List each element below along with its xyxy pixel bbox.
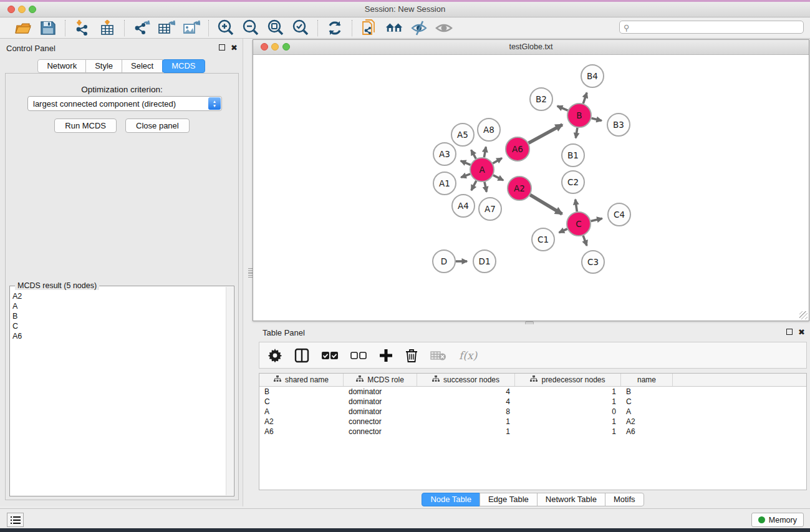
table-close-panel-icon[interactable]: ✖ [798,328,805,336]
net-close-traffic-light[interactable] [261,43,268,51]
cell-successor-nodes[interactable]: 4 [417,387,515,397]
edge-A-A4[interactable] [471,181,476,190]
zoom-selected-icon[interactable] [291,19,310,37]
search-input[interactable] [619,21,804,34]
cell-MCDS-role[interactable]: dominator [344,397,417,407]
network-view-window[interactable]: testGlobe.txt B4 B2 B B3 A5 A8 A6 A3 B1 … [253,39,809,321]
houses-icon[interactable] [385,19,403,37]
tab-select[interactable]: Select [122,59,163,73]
node-B1[interactable]: B1 [562,144,584,167]
edge-A-A1[interactable] [461,174,470,178]
export-image-icon[interactable] [182,19,201,37]
tab-edge-table[interactable]: Edge Table [480,493,538,506]
node-A5[interactable]: A5 [451,123,474,146]
result-item[interactable]: C [12,321,22,331]
cell-name[interactable]: A [621,407,673,417]
cell-predecessor-nodes[interactable]: 1 [515,417,621,427]
cell-name[interactable]: A2 [621,417,673,427]
node-A6[interactable]: A6 [506,137,529,161]
import-network-icon[interactable] [73,19,92,37]
tab-mcds[interactable]: MCDS [162,59,205,73]
cell-shared-name[interactable]: B [259,387,344,397]
zoom-fit-icon[interactable] [266,19,285,37]
cell-MCDS-role[interactable]: connector [344,417,417,427]
checked-boxes-icon[interactable] [322,351,338,360]
table-row[interactable]: Cdominator41C [259,397,806,407]
column-header-MCDS-role[interactable]: MCDS role [344,374,417,386]
mcds-result-list[interactable]: A2ABCA6 [12,291,22,341]
node-D[interactable]: D [433,250,455,273]
edge-A-A5[interactable] [471,150,476,159]
refresh-icon[interactable] [325,19,344,37]
zoom-out-icon[interactable] [241,19,260,37]
cell-predecessor-nodes[interactable]: 1 [515,397,621,407]
cell-shared-name[interactable]: C [259,397,344,407]
unchecked-boxes-icon[interactable] [350,351,367,360]
node-C4[interactable]: C4 [608,203,630,226]
edge-B-B2[interactable] [557,106,568,110]
node-A[interactable]: A [470,158,494,181]
result-item[interactable]: B [12,311,22,321]
cell-successor-nodes[interactable]: 1 [417,417,515,427]
main-titlebar[interactable]: Session: New Session [0,2,810,17]
column-header-shared-name[interactable]: shared name [259,374,344,386]
tab-motifs[interactable]: Motifs [605,493,644,506]
gear-icon[interactable] [268,349,282,362]
net-zoom-traffic-light[interactable] [282,43,290,51]
cell-MCDS-role[interactable]: dominator [344,407,417,417]
column-header-successor-nodes[interactable]: successor nodes [417,374,515,386]
edge-A-A2[interactable] [493,175,503,180]
node-A8[interactable]: A8 [478,118,500,141]
node-C1[interactable]: C1 [532,228,554,251]
cell-shared-name[interactable]: A2 [259,417,344,427]
zoom-traffic-light[interactable] [29,6,36,13]
edge-A-A3[interactable] [461,161,471,165]
export-network-icon[interactable] [132,19,151,37]
column-view-icon[interactable] [294,348,309,363]
save-session-icon[interactable] [39,19,57,37]
node-A7[interactable]: A7 [479,198,501,220]
table-row[interactable]: A2connector11A2 [259,417,806,427]
result-item[interactable]: A [12,301,22,311]
edge-A-A7[interactable] [485,182,486,192]
cell-name[interactable]: A6 [621,427,673,437]
net-minimize-traffic-light[interactable] [271,43,279,51]
edge-C-C1[interactable] [559,229,567,233]
cell-successor-nodes[interactable]: 1 [417,427,515,437]
close-panel-icon[interactable]: ✖ [231,44,238,52]
result-item[interactable]: A6 [12,331,22,341]
close-traffic-light[interactable] [7,6,15,13]
cell-MCDS-role[interactable]: dominator [344,387,417,397]
tab-network-table[interactable]: Network Table [537,493,605,506]
criterion-dropdown[interactable]: largest connected component (directed) ▲… [27,96,222,111]
edge-A6-B[interactable] [529,125,562,143]
hide-details-icon[interactable] [410,19,428,37]
tab-node-table[interactable]: Node Table [422,493,480,506]
node-A4[interactable]: A4 [452,195,475,217]
node-C[interactable]: C [567,212,591,236]
export-table-icon[interactable] [157,19,176,37]
node-D1[interactable]: D1 [473,250,496,273]
cell-shared-name[interactable]: A6 [259,427,344,437]
edge-A-A6[interactable] [493,158,502,164]
task-history-button[interactable] [7,513,24,527]
table-row[interactable]: Bdominator41B [259,387,806,397]
node-A3[interactable]: A3 [433,143,456,165]
run-mcds-button[interactable]: Run MCDS [54,118,117,133]
edge-C-C4[interactable] [591,218,602,221]
node-B4[interactable]: B4 [581,65,604,87]
trash-icon[interactable] [405,348,418,363]
import-table-icon[interactable] [98,19,117,37]
cell-successor-nodes[interactable]: 4 [417,397,515,407]
network-window-titlebar[interactable]: testGlobe.txt [253,40,809,55]
column-header-name[interactable]: name [621,374,673,386]
node-A1[interactable]: A1 [433,172,456,195]
result-scrollbar[interactable] [226,287,233,495]
column-header-predecessor-nodes[interactable]: predecessor nodes [515,374,621,386]
window-resize-grip[interactable] [799,311,808,319]
eye-icon[interactable] [435,19,453,37]
cell-predecessor-nodes[interactable]: 0 [515,407,621,417]
result-item[interactable]: A2 [12,291,22,301]
edge-B-B1[interactable] [576,128,577,138]
node-B[interactable]: B [567,104,591,127]
